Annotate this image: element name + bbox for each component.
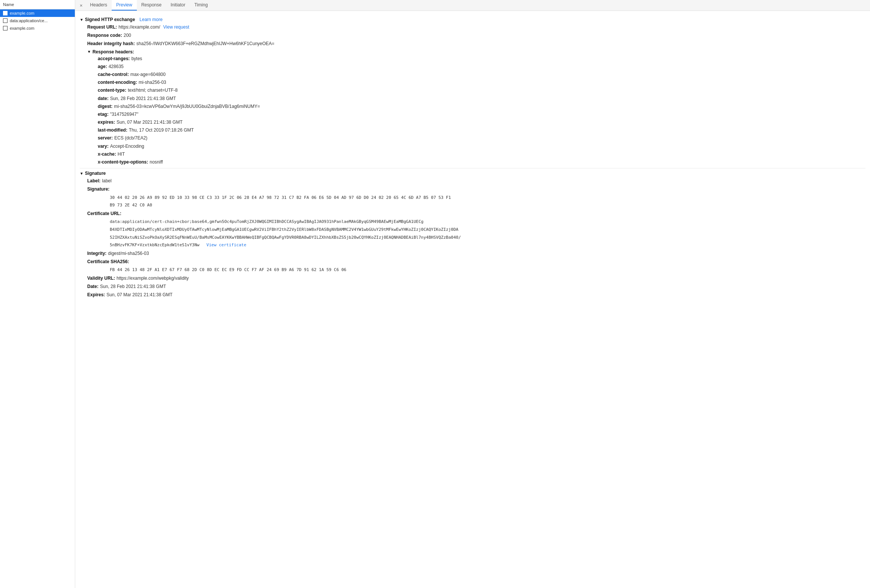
digest-value: mi-sha256-03=kcwVP6aOwYmA/j9JbUU0GbuiZdn… [114,103,260,110]
response-header-server: server: ECS (dcb/7EA2) [98,135,865,142]
response-header-age: age: 428635 [98,63,865,70]
cert-url-line2: B4XDTIxMDIyODAwMTcyNloXDTIxMDUyOTAwMTcyN… [110,226,865,233]
signature-field-row: Signature: [87,186,865,193]
cert-sha256-value: FB 44 26 13 48 2F A1 E7 67 F7 68 2D C0 8… [110,267,865,274]
response-header-x-content-type-options: x-content-type-options: nosniff [98,159,865,166]
response-code-value: 200 [124,32,131,39]
sidebar-item-example-com-1[interactable]: example.com [0,9,75,17]
validity-url-label: Validity URL: [87,275,115,282]
tab-headers[interactable]: Headers [86,0,112,11]
response-header-etag: etag: "3147526947" [98,111,865,118]
response-header-content-encoding: content-encoding: mi-sha256-03 [98,79,865,86]
age-label: age: [98,63,107,70]
main-panel: × Headers Preview Response Initiator Tim… [75,0,870,588]
cache-control-label: cache-control: [98,71,129,78]
content-type-label: content-type: [98,87,126,94]
tab-timing[interactable]: Timing [190,0,212,11]
server-label: server: [98,135,113,142]
etag-value: "3147526947" [110,111,138,118]
expires-value: Sun, 07 Mar 2021 21:41:38 GMT [117,119,182,126]
file-icon [3,26,8,30]
date-value: Sun, 28 Feb 2021 21:41:38 GMT [110,95,176,102]
response-header-date: date: Sun, 28 Feb 2021 21:41:38 GMT [98,95,865,102]
cert-url-line4-row: 5nBHzvFK7KF+VzxtkbNzcEpkdW1teS1vY3Nw Vie… [110,242,865,249]
tab-response[interactable]: Response [137,0,166,11]
signature-data-line2: B9 73 2E 42 C0 A0 [110,202,865,209]
close-tab-button[interactable]: × [77,0,86,11]
validity-url-value: https://example.com/webpkg/validity [117,275,189,282]
cert-url-label: Certificate URL: [87,210,121,217]
etag-label: etag: [98,111,109,118]
sidebar-header: Name [0,0,75,9]
date-label: date: [98,95,109,102]
sig-label-row: Label: label [87,177,865,185]
response-header-cache-control: cache-control: max-age=604800 [98,71,865,78]
cert-sha256-label: Certificate SHA256: [87,258,129,265]
sidebar-item-label: example.com [10,11,34,15]
validity-url-row: Validity URL: https://example.com/webpkg… [87,275,865,282]
integrity-label: Integrity: [87,250,106,257]
tabs-bar: × Headers Preview Response Initiator Tim… [75,0,870,11]
sig-label-label: Label: [87,177,100,185]
cert-url-line1: data:application/cert-chain+cbor;base64,… [110,218,865,226]
tab-initiator[interactable]: Initiator [166,0,190,11]
collapse-triangle[interactable]: ▼ [80,18,83,22]
signature-field-label: Signature: [87,186,109,193]
header-integrity-value: sha256-/IWdYDKW663F+eRGZMdhwjEhIJW+Hw6hK… [136,40,274,47]
signature-data-line1: 30 44 02 20 26 A9 89 92 ED 10 33 98 CE C… [110,194,865,202]
age-value: 428635 [109,63,124,70]
x-content-type-options-value: nosniff [150,159,163,166]
request-url-label: Request URL: [87,24,117,31]
sidebar-item-data-application[interactable]: data:application/ce... [0,17,75,24]
view-request-link[interactable]: View request [163,24,189,31]
x-cache-value: HIT [118,151,125,158]
response-code-row: Response code: 200 [87,32,865,39]
server-value: ECS (dcb/7EA2) [114,135,147,142]
content-encoding-value: mi-sha256-03 [139,79,166,86]
cache-control-value: max-age=604800 [130,71,166,78]
sidebar-item-label: example.com [10,26,34,30]
signed-http-exchange-header: ▼ Signed HTTP exchange Learn more [80,17,865,22]
signed-http-exchange-title: Signed HTTP exchange [85,17,135,22]
response-header-x-cache: x-cache: HIT [98,151,865,158]
divider [80,168,865,168]
file-icon [3,11,8,15]
response-header-last-modified: last-modified: Thu, 17 Oct 2019 07:18:26… [98,127,865,134]
vary-label: vary: [98,143,109,150]
last-modified-label: last-modified: [98,127,127,134]
sidebar: Name example.com data:application/ce... … [0,0,75,588]
response-headers-header: ▼ Response headers: [87,49,865,55]
signature-title: Signature [85,171,106,176]
cert-sha256-row: Certificate SHA256: [87,258,865,265]
sig-expires-row: Expires: Sun, 07 Mar 2021 21:41:38 GMT [87,291,865,299]
response-header-content-type: content-type: text/html; charset=UTF-8 [98,87,865,94]
header-integrity-label: Header integrity hash: [87,40,135,47]
digest-label: digest: [98,103,112,110]
view-certificate-link[interactable]: View certificate [206,242,246,247]
sidebar-item-label: data:application/ce... [10,18,48,23]
response-header-expires: expires: Sun, 07 Mar 2021 21:41:38 GMT [98,119,865,126]
x-cache-label: x-cache: [98,151,116,158]
signature-triangle[interactable]: ▼ [80,171,83,176]
request-url-row: Request URL: https://example.com/ View r… [87,24,865,31]
response-header-accept-ranges: accept-ranges: bytes [98,55,865,62]
last-modified-value: Thu, 17 Oct 2019 07:18:26 GMT [129,127,194,134]
sig-expires-label: Expires: [87,291,105,299]
sig-date-row: Date: Sun, 28 Feb 2021 21:41:38 GMT [87,283,865,290]
file-icon [3,18,8,23]
integrity-row: Integrity: digest/mi-sha256-03 [87,250,865,257]
request-url-value: https://example.com/ [118,24,160,31]
cert-url-line3: 52IHZXAxtuNiSZvoPkOaXySR2ESqFNnWEuU/BaMs… [110,234,865,241]
sig-date-label: Date: [87,283,99,290]
sidebar-item-example-com-2[interactable]: example.com [0,24,75,32]
content-encoding-label: content-encoding: [98,79,137,86]
response-headers-title: Response headers: [92,49,134,55]
response-headers-triangle[interactable]: ▼ [87,50,91,54]
vary-value: Accept-Encoding [110,143,144,150]
response-header-digest: digest: mi-sha256-03=kcwVP6aOwYmA/j9JbUU… [98,103,865,110]
tab-preview[interactable]: Preview [112,0,137,11]
learn-more-link[interactable]: Learn more [139,17,162,22]
sig-label-value: label [102,177,111,185]
x-content-type-options-label: x-content-type-options: [98,159,148,166]
response-code-label: Response code: [87,32,122,39]
